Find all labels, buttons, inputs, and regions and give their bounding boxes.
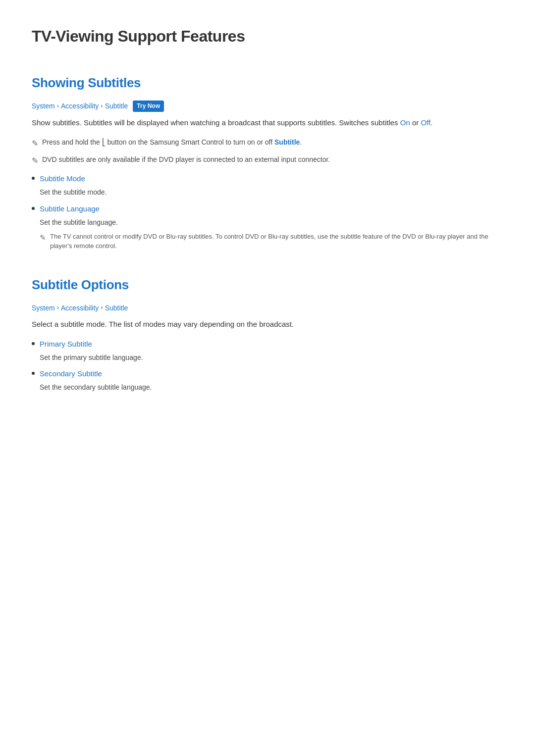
note-text-1: DVD subtitles are only available if the … <box>42 154 330 165</box>
bullet-title-0[interactable]: Subtitle Mode <box>40 173 503 185</box>
bullet-dot <box>32 207 35 210</box>
subtitle-bold-link: Subtitle <box>274 138 300 146</box>
sub-note-1: ✎The TV cannot control or modify DVD or … <box>40 232 503 251</box>
breadcrumb-item-0[interactable]: System <box>32 302 55 313</box>
breadcrumb-item-1[interactable]: Accessibility <box>61 101 99 111</box>
breadcrumb-separator: › <box>57 302 59 313</box>
section-title-showing-subtitles: Showing Subtitles <box>32 73 503 94</box>
off-label: Off <box>421 118 430 127</box>
try-now-badge[interactable]: Try Now <box>133 101 164 112</box>
note-list-showing-subtitles: ✎Press and hold the ⎣ button on the Sams… <box>32 137 503 167</box>
breadcrumb-item-2[interactable]: Subtitle <box>105 101 128 111</box>
section-subtitle-options: Subtitle OptionsSystem › Accessibility ›… <box>32 275 503 393</box>
breadcrumb-separator: › <box>101 101 103 111</box>
bullet-content-0: Primary SubtitleSet the primary subtitle… <box>40 338 503 363</box>
note-item-0: ✎Press and hold the ⎣ button on the Sams… <box>32 137 503 150</box>
bullet-desc-0: Set the primary subtitle language. <box>40 352 503 363</box>
section-description-showing-subtitles: Show subtitles. Subtitles will be displa… <box>32 117 503 129</box>
section-title-subtitle-options: Subtitle Options <box>32 275 503 296</box>
sub-note-text-1: The TV cannot control or modify DVD or B… <box>50 232 503 251</box>
bullet-dot <box>32 177 35 180</box>
breadcrumb-subtitle-options: System › Accessibility › Subtitle <box>32 302 503 313</box>
bullet-list-subtitle-options: Primary SubtitleSet the primary subtitle… <box>32 338 503 393</box>
note-text-0: Press and hold the ⎣ button on the Samsu… <box>42 137 302 148</box>
bullet-dot <box>32 372 35 375</box>
sub-note-pencil-icon: ✎ <box>40 232 46 244</box>
breadcrumb-showing-subtitles: System › Accessibility › SubtitleTry Now <box>32 101 503 112</box>
content-root: Showing SubtitlesSystem › Accessibility … <box>32 73 503 393</box>
pencil-icon: ✎ <box>32 137 38 150</box>
breadcrumb-item-1[interactable]: Accessibility <box>61 302 99 313</box>
bullet-desc-0: Set the subtitle mode. <box>40 187 503 198</box>
bullet-content-1: Secondary SubtitleSet the secondary subt… <box>40 368 503 393</box>
bullet-title-1[interactable]: Secondary Subtitle <box>40 368 503 380</box>
breadcrumb-item-2[interactable]: Subtitle <box>105 302 128 313</box>
breadcrumb-item-0[interactable]: System <box>32 101 55 111</box>
breadcrumb-separator: › <box>101 302 103 313</box>
note-item-1: ✎DVD subtitles are only available if the… <box>32 154 503 167</box>
bullet-content-0: Subtitle ModeSet the subtitle mode. <box>40 173 503 198</box>
bullet-title-1[interactable]: Subtitle Language <box>40 203 503 215</box>
bullet-content-1: Subtitle LanguageSet the subtitle langua… <box>40 203 503 251</box>
bullet-item-0: Subtitle ModeSet the subtitle mode. <box>32 173 503 198</box>
bullet-dot <box>32 342 35 345</box>
page-title: TV-Viewing Support Features <box>32 24 503 49</box>
bullet-item-1: Subtitle LanguageSet the subtitle langua… <box>32 203 503 251</box>
on-label: On <box>400 118 410 127</box>
bullet-item-1: Secondary SubtitleSet the secondary subt… <box>32 368 503 393</box>
bullet-list-showing-subtitles: Subtitle ModeSet the subtitle mode.Subti… <box>32 173 503 251</box>
section-showing-subtitles: Showing SubtitlesSystem › Accessibility … <box>32 73 503 251</box>
bullet-item-0: Primary SubtitleSet the primary subtitle… <box>32 338 503 363</box>
bullet-title-0[interactable]: Primary Subtitle <box>40 338 503 350</box>
breadcrumb-separator: › <box>57 101 59 111</box>
bullet-desc-1: Set the subtitle language. <box>40 217 503 228</box>
bullet-desc-1: Set the secondary subtitle language. <box>40 382 503 393</box>
section-description-subtitle-options: Select a subtitle mode. The list of mode… <box>32 318 503 330</box>
pencil-icon: ✎ <box>32 154 38 167</box>
